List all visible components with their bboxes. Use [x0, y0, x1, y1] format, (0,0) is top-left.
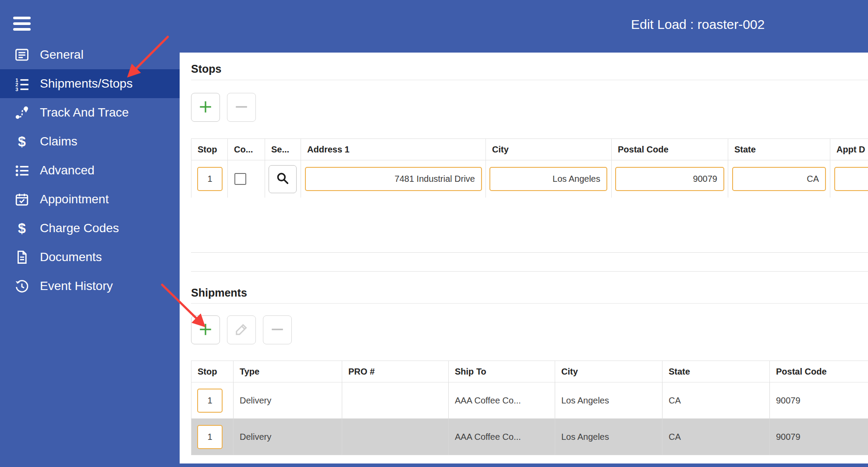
- column-header-stop: Stop: [191, 361, 234, 382]
- sidebar-item-charge-codes[interactable]: $ Charge Codes: [0, 214, 180, 243]
- shipment-state: CA: [663, 419, 770, 455]
- stop-address-search-button[interactable]: [269, 165, 297, 193]
- stop-complete-checkbox[interactable]: [234, 173, 246, 185]
- sidebar-item-label: Track And Trace: [40, 106, 129, 120]
- sidebar-item-advanced[interactable]: Advanced: [0, 156, 180, 185]
- column-header-type: Type: [234, 361, 342, 382]
- plus-icon: [198, 322, 213, 339]
- main-content: Stops Stop Co...: [180, 53, 868, 463]
- column-header-address1: Address 1: [301, 139, 486, 160]
- column-header-postal-code: Postal Code: [770, 361, 868, 382]
- route-icon: [13, 104, 31, 121]
- column-header-state: State: [728, 139, 830, 160]
- numbered-list-icon: 1 2 3: [13, 75, 31, 92]
- shipment-type: Delivery: [234, 382, 342, 418]
- shipment-stop-input[interactable]: [197, 425, 223, 449]
- sidebar-item-label: Claims: [40, 134, 78, 149]
- column-header-search: Se...: [265, 139, 301, 160]
- city-input[interactable]: [489, 167, 607, 191]
- column-header-city: City: [555, 361, 663, 382]
- form-icon: [13, 46, 31, 64]
- shipment-postal-code: 90079: [770, 382, 868, 418]
- minus-icon: [269, 322, 285, 339]
- shipments-section: Shipments: [191, 271, 868, 455]
- dollar-icon: $: [13, 219, 31, 237]
- column-header-ship-to: Ship To: [449, 361, 555, 382]
- shipment-ship-to: AAA Coffee Co...: [449, 419, 555, 455]
- shipments-add-button[interactable]: [191, 315, 220, 344]
- shipment-type: Delivery: [234, 419, 342, 455]
- column-header-complete: Co...: [228, 139, 265, 160]
- sidebar-item-claims[interactable]: $ Claims: [0, 127, 180, 156]
- shipment-state: CA: [663, 382, 770, 418]
- stops-toolbar: [191, 93, 868, 122]
- shipment-row[interactable]: Delivery AAA Coffee Co... Los Angeles CA…: [191, 382, 868, 419]
- shipment-city: Los Angeles: [555, 382, 663, 418]
- stops-remove-button[interactable]: [227, 93, 256, 122]
- shipment-stop-input[interactable]: [197, 389, 223, 413]
- shipment-pro: [342, 382, 449, 418]
- document-icon: [13, 248, 31, 266]
- dollar-icon: $: [13, 133, 31, 150]
- hamburger-icon: [13, 17, 31, 31]
- postal-code-input[interactable]: [615, 167, 724, 191]
- stops-table-row: [191, 160, 868, 198]
- shipments-remove-button[interactable]: [263, 315, 292, 344]
- stops-section: Stops Stop Co...: [191, 53, 868, 253]
- bullet-list-icon: [13, 162, 31, 179]
- column-header-postal-code: Postal Code: [612, 139, 728, 160]
- shipments-table: Stop Type PRO # Ship To City State Posta…: [191, 361, 868, 455]
- menu-button[interactable]: [13, 17, 31, 31]
- calendar-check-icon: [13, 191, 31, 208]
- shipments-toolbar: [191, 315, 868, 344]
- pencil-icon: [234, 322, 249, 339]
- sidebar-item-appointment[interactable]: Appointment: [0, 185, 180, 214]
- shipments-section-title: Shipments: [191, 287, 868, 299]
- sidebar-item-label: Charge Codes: [40, 221, 119, 235]
- magnifier-icon: [276, 171, 290, 187]
- page-title: Edit Load : roaster-002: [631, 17, 765, 32]
- column-header-appt-date: Appt D: [830, 139, 868, 160]
- appt-date-input[interactable]: [834, 167, 868, 191]
- sidebar-item-label: Appointment: [40, 192, 109, 206]
- sidebar-item-shipments-stops[interactable]: 1 2 3 Shipments/Stops: [0, 69, 180, 98]
- stops-table-header: Stop Co... Se... Address 1 City Postal C…: [191, 138, 868, 160]
- sidebar-item-label: Event History: [40, 279, 113, 293]
- column-header-city: City: [486, 139, 612, 160]
- stops-table: Stop Co... Se... Address 1 City Postal C…: [191, 138, 868, 253]
- sidebar-item-label: Documents: [40, 250, 102, 264]
- sidebar-item-label: General: [40, 48, 84, 62]
- sidebar: General 1 2 3 Shipments/Stops: [0, 0, 180, 467]
- sidebar-item-general[interactable]: General: [0, 40, 180, 69]
- shipment-city: Los Angeles: [555, 419, 663, 455]
- shipments-table-header: Stop Type PRO # Ship To City State Posta…: [191, 361, 868, 382]
- column-header-pro: PRO #: [342, 361, 449, 382]
- plus-icon: [198, 99, 213, 116]
- address1-input[interactable]: [305, 167, 482, 191]
- sidebar-item-label: Advanced: [40, 163, 95, 177]
- minus-icon: [234, 99, 249, 116]
- history-icon: [13, 277, 31, 295]
- shipment-ship-to: AAA Coffee Co...: [449, 382, 555, 418]
- sidebar-item-event-history[interactable]: Event History: [0, 272, 180, 301]
- stops-section-title: Stops: [191, 63, 868, 75]
- sidebar-item-label: Shipments/Stops: [40, 77, 133, 91]
- stops-add-button[interactable]: [191, 93, 220, 122]
- state-input[interactable]: [732, 167, 826, 191]
- stop-number-input[interactable]: [197, 167, 223, 191]
- shipment-postal-code: 90079: [770, 419, 868, 455]
- column-header-stop: Stop: [191, 139, 228, 160]
- sidebar-item-track-and-trace[interactable]: Track And Trace: [0, 98, 180, 127]
- column-header-state: State: [663, 361, 770, 382]
- sidebar-item-documents[interactable]: Documents: [0, 243, 180, 272]
- shipment-row-selected[interactable]: Delivery AAA Coffee Co... Los Angeles CA…: [191, 419, 868, 455]
- shipments-edit-button[interactable]: [227, 315, 256, 344]
- svg-text:3: 3: [15, 87, 18, 91]
- sidebar-nav: General 1 2 3 Shipments/Stops: [0, 40, 180, 301]
- stops-table-empty-area: [191, 198, 868, 253]
- shipment-pro: [342, 419, 449, 455]
